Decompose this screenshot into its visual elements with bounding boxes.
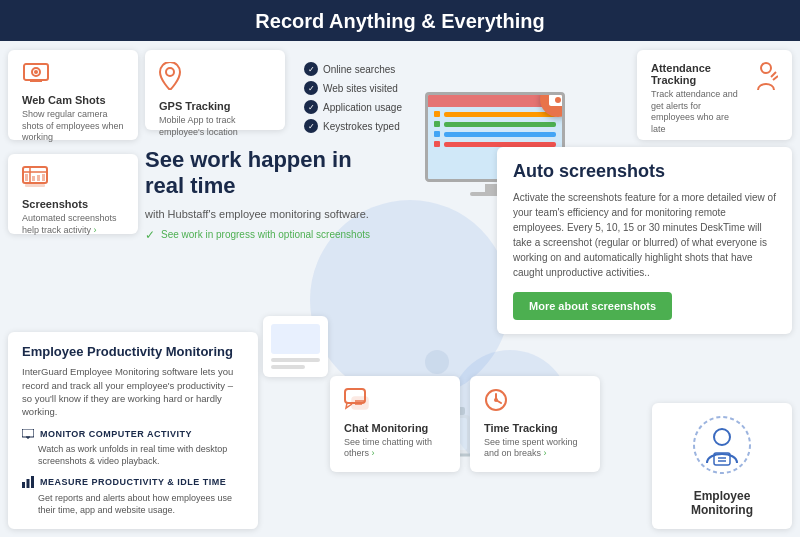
employee-monitoring-title: Employee Monitoring bbox=[666, 489, 778, 517]
chat-icon bbox=[344, 388, 446, 418]
employee-monitoring-card: Employee Monitoring bbox=[652, 403, 792, 529]
float-card-left bbox=[263, 316, 328, 377]
screenshots-card: Screenshots Automated screenshots help t… bbox=[8, 154, 138, 234]
realtime-subtext: with Hubstaff's employee monitoring soft… bbox=[145, 208, 375, 220]
productivity-section: Employee Productivity Monitoring InterGu… bbox=[8, 332, 258, 529]
svg-rect-14 bbox=[25, 184, 45, 187]
checklist-card: ✓ Online searches ✓ Web sites visited ✓ … bbox=[290, 50, 430, 140]
screenshots-title: Screenshots bbox=[22, 198, 124, 210]
svg-point-3 bbox=[34, 70, 38, 74]
measure-desc: Get reports and alerts about how employe… bbox=[22, 492, 244, 517]
check-icon-3: ✓ bbox=[304, 100, 318, 114]
attendance-desc: Track attendance and get alerts for empl… bbox=[651, 89, 746, 136]
svg-rect-1 bbox=[30, 80, 42, 82]
webcam-title: Web Cam Shots bbox=[22, 94, 124, 106]
svg-rect-13 bbox=[42, 174, 45, 181]
main-container: Record Anything & Everything Web Cam Sho… bbox=[0, 0, 800, 537]
auto-screenshots-desc: Activate the screenshots feature for a m… bbox=[513, 190, 776, 280]
screenshots-icon bbox=[22, 166, 124, 194]
check-item-4: ✓ Keystrokes typed bbox=[304, 119, 416, 133]
check-item-3: ✓ Application usage bbox=[304, 100, 416, 114]
webcam-card: Web Cam Shots Show regular camera shots … bbox=[8, 50, 138, 140]
measure-title: MEASURE PRODUCTIVITY & IDLE TIME bbox=[22, 476, 244, 488]
auto-screenshots-title: Auto screenshots bbox=[513, 161, 776, 182]
svg-rect-21 bbox=[22, 429, 34, 437]
screenshots-desc: Automated screenshots help track activit… bbox=[22, 213, 124, 236]
svg-rect-12 bbox=[37, 175, 40, 181]
employee-monitoring-icon bbox=[666, 415, 778, 483]
webcam-icon bbox=[22, 62, 124, 90]
chat-desc: See time chatting with others › bbox=[344, 437, 446, 460]
gps-desc: Mobile App to track employee's location bbox=[159, 115, 271, 138]
realtime-heading: See work happen in real time bbox=[145, 147, 375, 200]
svg-point-34 bbox=[494, 398, 498, 402]
check-icon-1: ✓ bbox=[304, 62, 318, 76]
time-desc: See time spent working and on breaks › bbox=[484, 437, 586, 460]
gps-title: GPS Tracking bbox=[159, 100, 271, 112]
monitor-activity-title: MONITOR COMPUTER ACTIVITY bbox=[22, 429, 244, 439]
chat-monitoring-card: Chat Monitoring See time chatting with o… bbox=[330, 376, 460, 472]
svg-point-4 bbox=[166, 68, 174, 76]
attendance-icon bbox=[754, 62, 778, 96]
svg-rect-24 bbox=[22, 482, 25, 488]
measure-icon bbox=[22, 476, 34, 488]
svg-rect-11 bbox=[32, 176, 35, 181]
check-item-1: ✓ Online searches bbox=[304, 62, 416, 76]
realtime-check: ✓ See work in progress with optional scr… bbox=[145, 228, 375, 242]
time-icon bbox=[484, 388, 586, 418]
monitor-activity-desc: Watch as work unfolds in real time with … bbox=[22, 443, 244, 468]
svg-rect-25 bbox=[27, 479, 30, 488]
check-mark-icon: ✓ bbox=[145, 228, 155, 242]
auto-screenshots-panel: Auto screenshots Activate the screenshot… bbox=[497, 147, 792, 334]
monitor-activity-icon bbox=[22, 429, 34, 439]
svg-rect-28 bbox=[352, 397, 368, 409]
svg-rect-10 bbox=[25, 174, 28, 181]
svg-point-15 bbox=[425, 350, 449, 374]
productivity-desc: InterGuard Employee Monitoring software … bbox=[22, 365, 244, 418]
top-banner: Record Anything & Everything bbox=[0, 0, 800, 41]
productivity-title: Employee Productivity Monitoring bbox=[22, 344, 244, 359]
gps-card: GPS Tracking Mobile App to track employe… bbox=[145, 50, 285, 130]
svg-point-5 bbox=[555, 97, 561, 103]
svg-rect-26 bbox=[31, 476, 34, 488]
attendance-title: Attendance Tracking bbox=[651, 62, 746, 86]
more-screenshots-button[interactable]: More about screenshots bbox=[513, 292, 672, 320]
attendance-card: Attendance Tracking Track attendance and… bbox=[637, 50, 792, 140]
chat-title: Chat Monitoring bbox=[344, 422, 446, 434]
webcam-desc: Show regular camera shots of employees w… bbox=[22, 109, 124, 144]
svg-point-36 bbox=[714, 429, 730, 445]
svg-point-6 bbox=[761, 63, 771, 73]
banner-title: Record Anything & Everything bbox=[255, 10, 544, 32]
realtime-section: See work happen in real time with Hubsta… bbox=[145, 147, 375, 242]
check-item-2: ✓ Web sites visited bbox=[304, 81, 416, 95]
card-area: Web Cam Shots Show regular camera shots … bbox=[0, 42, 800, 537]
time-title: Time Tracking bbox=[484, 422, 586, 434]
gps-icon bbox=[159, 62, 271, 96]
time-tracking-card: Time Tracking See time spent working and… bbox=[470, 376, 600, 472]
check-icon-2: ✓ bbox=[304, 81, 318, 95]
check-icon-4: ✓ bbox=[304, 119, 318, 133]
